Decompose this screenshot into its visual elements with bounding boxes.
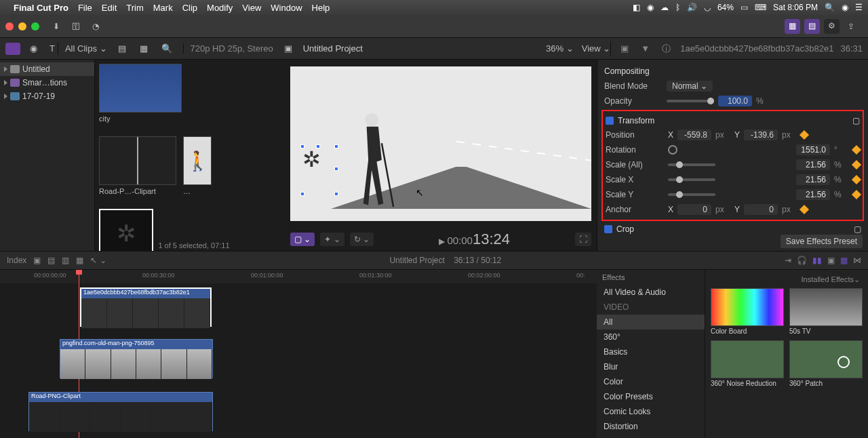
clip-thumb-man[interactable]: 🚶 … [183,136,221,195]
dropbox-icon[interactable]: ◧ [633,3,640,12]
titles-toggle[interactable]: T [47,42,58,55]
effects-cat[interactable]: Basics [597,344,705,359]
effect-item[interactable]: 360° Noise Reduction [711,340,784,387]
effects-cat[interactable]: Comic Looks [597,404,705,419]
transform-header[interactable]: Transform ▢ [606,114,860,127]
keyframe-icon[interactable] [800,130,809,140]
color-inspector-tab[interactable]: ▼ [638,42,652,55]
opacity-slider[interactable] [667,100,714,102]
menu-trim[interactable]: Trim [126,3,144,13]
transform-enable-checkbox[interactable] [606,117,614,125]
fullscreen-button[interactable] [31,22,39,31]
view-menu[interactable]: View ⌄ [582,43,611,54]
keyframe-icon[interactable] [852,175,861,184]
disclosure-icon[interactable] [4,94,7,99]
blend-mode-dropdown[interactable]: Normal ⌄ [667,81,713,92]
viewer-canvas[interactable]: ✲ ↖ [289,64,593,224]
scale-x-value[interactable]: 21.56 [796,174,830,185]
keyframe-icon[interactable] [852,145,861,155]
menu-clip[interactable]: Clip [182,3,197,13]
minimize-button[interactable] [18,22,26,31]
reset-icon[interactable]: ▢ [852,116,860,125]
solo-toggle[interactable]: ▮▮ [812,256,822,265]
spotlight-icon[interactable]: 🔍 [825,3,835,12]
inspector-toggle[interactable]: ⚙ [824,19,840,34]
anchor-y-value[interactable]: 0 [744,204,778,215]
close-button[interactable] [5,22,14,31]
effects-cat[interactable]: Color Presets [597,389,705,404]
transform-tool[interactable]: ▢ ⌄ [290,233,315,246]
rotation-value[interactable]: 1551.0 [796,144,830,155]
keyframe-icon[interactable] [852,190,861,199]
disclosure-icon[interactable] [4,66,7,72]
effects-cat[interactable]: Distortion [597,419,705,434]
keyword-button[interactable]: ⚿ [68,19,84,34]
save-effects-preset-button[interactable]: Save Effects Preset [781,235,863,248]
bluetooth-icon[interactable]: ᛒ [675,3,680,12]
effect-item[interactable]: 50s TV [789,288,863,335]
anchor-x-value[interactable]: 0 [677,204,711,215]
wifi-icon[interactable]: ◡ [704,3,711,12]
skimming-toggle[interactable]: ⇥ [785,256,791,265]
rotation-dial[interactable] [668,145,677,155]
track-clip-road[interactable]: Road-PNG-Clipart [28,392,213,431]
overwrite-button[interactable]: ▦ [76,256,83,265]
crop-header[interactable]: Crop ▢ [604,222,861,236]
list-toggle[interactable]: ▦ [137,42,151,55]
index-button[interactable]: Index [7,256,26,265]
menu-file[interactable]: File [78,3,92,13]
fullscreen-viewer[interactable]: ⛶ [575,233,591,246]
scale-all-value[interactable]: 21.56 [796,159,830,170]
app-name[interactable]: Final Cut Pro [14,3,68,13]
menu-window[interactable]: Window [271,3,302,13]
photos-toggle[interactable]: ◉ [27,42,40,55]
track-clip-man[interactable]: pngfind.com-old-man-png-750895 [60,339,213,378]
sidebar-item-date[interactable]: 17-07-19 [0,89,94,103]
snapping-toggle[interactable]: ▣ [827,256,835,265]
menu-modify[interactable]: Modify [207,3,233,13]
zoom-level[interactable]: 36% ⌄ [546,43,574,54]
effect-item[interactable]: Color Board [711,288,784,335]
tools-menu[interactable]: ↖ ⌄ [90,256,106,265]
control-center-icon[interactable]: ☰ [855,3,863,12]
video-inspector-tab[interactable]: ▣ [618,42,631,55]
sidebar-item-untitled[interactable]: Untitled [0,62,94,76]
effects-cat[interactable]: Color [597,374,705,389]
cloud-icon[interactable]: ☁ [660,3,669,12]
crop-enable-checkbox[interactable] [604,225,612,233]
audio-skimming-toggle[interactable]: 🎧 [797,256,807,265]
clip-filter[interactable]: All Clips ⌄ [65,43,107,54]
creative-cloud-icon[interactable]: ◉ [647,3,654,12]
retime-menu[interactable]: ↻ ⌄ [350,233,374,246]
menu-view[interactable]: View [242,3,261,13]
effects-cat[interactable]: All Video & Audio [597,285,705,300]
scale-slider[interactable] [668,193,715,196]
timeline-toggle[interactable]: ▤ [804,19,820,34]
disclosure-icon[interactable] [4,80,7,85]
keyboard-icon[interactable]: ⌨ [755,3,766,12]
effect-item[interactable]: 360° Patch [789,340,863,387]
position-y-value[interactable]: -139.6 [744,130,778,140]
effects-browser-toggle[interactable]: ▦ [840,256,848,265]
timecode[interactable]: 00:0013:24 [447,235,510,246]
volume-icon[interactable]: 🔊 [687,3,697,12]
connect-clip-button[interactable]: ▣ [33,256,41,265]
scale-y-value[interactable]: 21.56 [796,189,830,200]
share-button[interactable]: ⇪ [844,19,859,34]
reset-icon[interactable]: ▢ [854,224,861,234]
transitions-browser-toggle[interactable]: ⋈ [853,256,861,265]
scale-slider[interactable] [668,178,715,181]
siri-icon[interactable]: ◉ [842,3,848,12]
scale-slider[interactable] [668,163,715,166]
menu-help[interactable]: Help [312,3,330,13]
info-inspector-tab[interactable]: ⓘ [659,41,673,56]
position-x-value[interactable]: -559.8 [677,130,711,140]
fan-overlay[interactable]: ✲ [302,146,336,194]
timeline-ruler[interactable]: 00:00:00:00 00:00:30:00 00:01:00:00 00:0… [0,270,597,283]
insert-button[interactable]: ▤ [47,256,55,265]
browser-toggle[interactable]: ▦ [785,19,800,34]
effects-cat[interactable]: All [597,315,705,330]
play-button[interactable]: ▶ [439,237,445,246]
battery-icon[interactable]: ▭ [741,3,748,12]
menu-edit[interactable]: Edit [102,3,117,13]
